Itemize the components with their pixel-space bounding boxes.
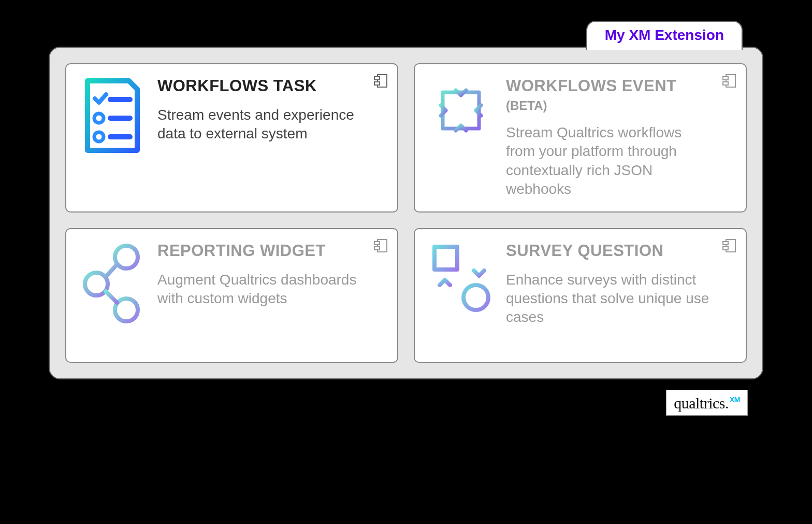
svg-rect-19	[434, 247, 457, 270]
card-title: REPORTING WIDGET	[157, 242, 364, 260]
card-description: Augment Qualtrics dashboards with custom…	[157, 271, 364, 308]
svg-rect-23	[723, 247, 728, 250]
qualtrics-logo: qualtrics. XM	[666, 390, 748, 416]
svg-rect-6	[374, 77, 380, 80]
svg-rect-18	[374, 247, 380, 250]
svg-rect-22	[723, 242, 728, 245]
svg-line-14	[106, 264, 117, 277]
svg-rect-17	[374, 242, 380, 245]
extension-diagram: My XM Extension	[49, 21, 763, 353]
svg-point-3	[94, 132, 104, 141]
svg-rect-10	[723, 82, 728, 85]
card-title: WORKFLOWS EVENT	[506, 77, 713, 95]
converge-arrows-icon	[427, 77, 495, 199]
card-description: Stream events and experience data to ext…	[157, 106, 364, 144]
logo-text: qualtrics.	[674, 394, 729, 412]
card-subtitle: (BETA)	[506, 98, 713, 113]
swap-shapes-icon	[427, 242, 495, 349]
plugin-icon	[373, 74, 388, 88]
svg-rect-9	[723, 77, 728, 80]
svg-rect-7	[374, 82, 380, 85]
plugin-icon	[722, 238, 736, 253]
card-title: WORKFLOWS TASK	[157, 77, 364, 95]
card-description: Stream Qualtrics workflows from your pla…	[506, 123, 713, 199]
folder-tab: My XM Extension	[586, 21, 743, 50]
nodes-graph-icon	[79, 242, 146, 349]
svg-point-1	[94, 114, 104, 123]
plugin-icon	[373, 238, 388, 253]
card-workflows-event: WORKFLOWS EVENT (BETA) Stream Qualtrics …	[414, 63, 747, 213]
card-workflows-task: WORKFLOWS TASK Stream events and experie…	[65, 63, 398, 213]
svg-point-20	[463, 285, 488, 310]
logo-badge: XM	[730, 395, 740, 404]
checklist-icon	[79, 77, 146, 199]
card-description: Enhance surveys with distinct questions …	[506, 271, 713, 327]
folder-tab-label: My XM Extension	[605, 27, 724, 43]
card-survey-question: SURVEY QUESTION Enhance surveys with dis…	[414, 228, 747, 363]
folder-body: WORKFLOWS TASK Stream events and experie…	[49, 47, 763, 379]
card-title: SURVEY QUESTION	[506, 242, 713, 260]
plugin-icon	[722, 74, 736, 88]
svg-line-15	[106, 291, 117, 303]
card-reporting-widget: REPORTING WIDGET Augment Qualtrics dashb…	[65, 228, 398, 363]
